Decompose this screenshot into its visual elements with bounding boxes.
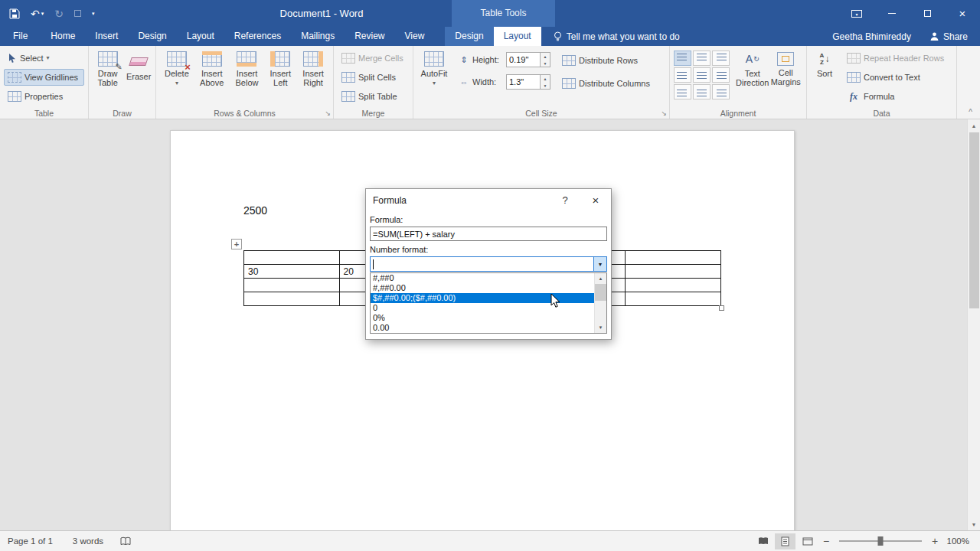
tell-me-box[interactable]: Tell me what you want to do — [554, 27, 680, 46]
customize-qat-button[interactable]: ▾ — [92, 11, 95, 17]
number-format-option[interactable]: $#,##0.00;($#,##0.00) — [371, 293, 594, 303]
row-height-value[interactable]: 0.19" — [507, 53, 540, 67]
tab-review[interactable]: Review — [345, 27, 394, 46]
tab-insert[interactable]: Insert — [85, 27, 128, 46]
select-button[interactable]: Select ▾ — [4, 50, 84, 67]
close-button[interactable]: × — [945, 0, 980, 27]
document-text[interactable]: 2500 — [243, 204, 267, 217]
ribbon-display-options-button[interactable]: ▾ — [839, 0, 874, 27]
dropdown-scrollbar-thumb[interactable] — [595, 284, 606, 301]
zoom-out-button[interactable]: − — [818, 535, 835, 547]
proofing-status-icon[interactable] — [120, 536, 132, 546]
align-bottom-left-button[interactable] — [674, 84, 691, 99]
delete-button[interactable]: Delete ▾ — [160, 48, 194, 86]
scroll-up-icon[interactable]: ▲ — [968, 119, 980, 132]
tab-view[interactable]: View — [395, 27, 435, 46]
minimize-button[interactable] — [874, 0, 910, 27]
undo-button[interactable]: ↶▾ — [31, 8, 44, 20]
table-cell[interactable] — [626, 265, 721, 279]
align-center-button[interactable] — [693, 67, 710, 83]
table-resize-handle[interactable] — [719, 305, 724, 311]
web-layout-button[interactable] — [797, 533, 818, 549]
read-mode-button[interactable] — [753, 533, 773, 549]
stepper-down-icon[interactable]: ▼ — [541, 82, 550, 89]
number-format-option[interactable]: #,##0 — [371, 273, 594, 283]
view-gridlines-button[interactable]: View Gridlines — [4, 69, 84, 86]
column-width-field[interactable]: 1.3" ▲▼ — [506, 74, 550, 90]
split-table-button[interactable]: Split Table — [338, 88, 409, 105]
tab-file[interactable]: File — [0, 27, 41, 46]
split-cells-button[interactable]: Split Cells — [338, 69, 409, 86]
word-count[interactable]: 3 words — [73, 536, 103, 546]
scroll-down-icon[interactable]: ▼ — [968, 518, 980, 530]
row-height-field[interactable]: 0.19" ▲▼ — [506, 52, 550, 67]
maximize-button[interactable] — [910, 0, 945, 27]
number-format-option[interactable]: 0% — [371, 313, 594, 323]
convert-to-text-button[interactable]: Convert to Text — [843, 69, 948, 86]
table-cell[interactable] — [244, 292, 340, 306]
scrollbar-thumb[interactable] — [969, 132, 979, 308]
autofit-button[interactable]: AutoFit ▾ — [417, 48, 451, 86]
tab-layout[interactable]: Layout — [177, 27, 224, 46]
stepper-down-icon[interactable]: ▼ — [541, 60, 550, 67]
vertical-scrollbar[interactable]: ▲ ▼ — [967, 119, 980, 530]
column-width-value[interactable]: 1.3" — [507, 75, 540, 89]
table-cell[interactable] — [626, 279, 721, 292]
tab-references[interactable]: References — [224, 27, 291, 46]
dialog-titlebar[interactable]: Formula ? × — [366, 189, 611, 211]
rows-columns-dialog-launcher-icon[interactable]: ↘ — [325, 109, 331, 117]
page-indicator[interactable]: Page 1 of 1 — [8, 536, 53, 546]
number-format-combobox[interactable]: ▼ — [370, 256, 607, 272]
table-cell[interactable] — [244, 251, 340, 265]
dialog-close-button[interactable]: × — [580, 189, 611, 211]
insert-right-button[interactable]: Insert Right — [297, 48, 329, 87]
zoom-in-button[interactable]: + — [926, 535, 943, 547]
align-bottom-right-button[interactable] — [712, 84, 730, 99]
eraser-button[interactable]: Eraser — [126, 48, 152, 81]
sort-button[interactable]: AZ↓ Sort — [811, 48, 838, 78]
table-cell[interactable] — [626, 251, 721, 265]
share-button[interactable]: Share — [922, 31, 975, 42]
number-format-option[interactable]: 0.00 — [371, 323, 594, 333]
table-cell[interactable] — [626, 292, 721, 306]
number-format-option[interactable]: #,##0.00 — [371, 283, 594, 293]
distribute-rows-button[interactable]: Distribute Rows — [558, 54, 654, 67]
user-name[interactable]: Geetha Bhimireddy — [832, 31, 911, 42]
table-move-handle-icon[interactable]: + — [231, 239, 242, 249]
align-center-left-button[interactable] — [674, 67, 691, 83]
text-direction-button[interactable]: A↻ Text Direction — [736, 48, 769, 87]
column-width-stepper[interactable]: ▲▼ — [540, 75, 550, 89]
draw-table-button[interactable]: Draw Table — [93, 48, 122, 87]
tab-mailings[interactable]: Mailings — [291, 27, 345, 46]
insert-above-button[interactable]: Insert Above — [195, 48, 229, 87]
number-format-input[interactable] — [371, 257, 593, 271]
zoom-level[interactable]: 100% — [943, 536, 980, 546]
zoom-slider-thumb[interactable] — [878, 536, 884, 546]
stepper-up-icon[interactable]: ▲ — [541, 75, 550, 82]
table-properties-button[interactable]: Properties — [4, 88, 84, 105]
tab-table-tools-layout[interactable]: Layout — [494, 27, 541, 46]
row-height-stepper[interactable]: ▲▼ — [540, 53, 550, 67]
align-top-center-button[interactable] — [693, 51, 710, 66]
collapse-ribbon-icon[interactable]: ^ — [969, 108, 972, 116]
dialog-help-button[interactable]: ? — [550, 189, 580, 211]
align-bottom-center-button[interactable] — [693, 84, 710, 99]
dropdown-scrollbar[interactable]: ▲ ▼ — [594, 273, 606, 333]
align-top-left-button[interactable] — [674, 51, 691, 66]
dropdown-scroll-up-icon[interactable]: ▲ — [595, 273, 606, 284]
dropdown-scroll-down-icon[interactable]: ▼ — [595, 322, 606, 333]
insert-below-button[interactable]: Insert Below — [230, 48, 264, 87]
cell-margins-button[interactable]: Cell Margins — [769, 48, 803, 86]
stepper-up-icon[interactable]: ▲ — [541, 53, 550, 60]
insert-left-button[interactable]: Insert Left — [265, 48, 296, 87]
tab-table-tools-design[interactable]: Design — [445, 27, 493, 46]
zoom-slider[interactable] — [839, 540, 922, 542]
tab-home[interactable]: Home — [41, 27, 85, 46]
distribute-columns-button[interactable]: Distribute Columns — [558, 77, 654, 90]
formula-button[interactable]: fx Formula — [843, 88, 948, 105]
save-button[interactable] — [9, 8, 20, 19]
combobox-dropdown-button[interactable]: ▼ — [593, 257, 606, 271]
formula-input[interactable] — [370, 227, 607, 241]
align-center-right-button[interactable] — [712, 67, 730, 83]
cell-size-dialog-launcher-icon[interactable]: ↘ — [661, 109, 667, 117]
